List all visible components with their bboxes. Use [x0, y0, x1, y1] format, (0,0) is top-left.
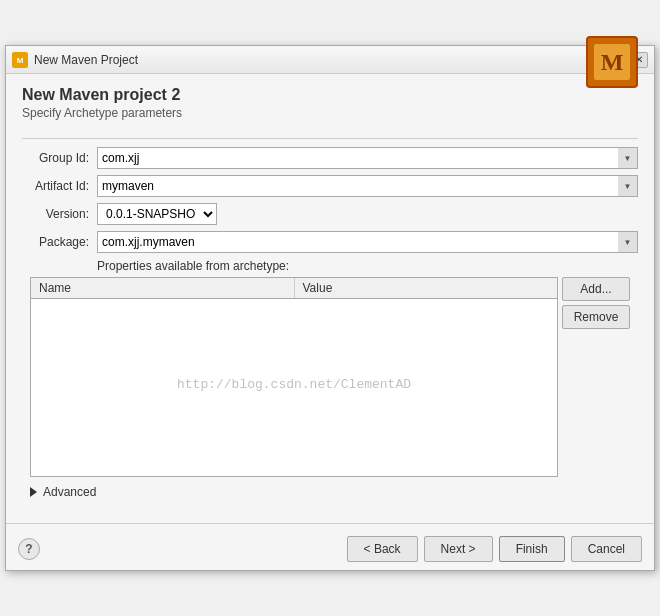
artifact-id-dropdown[interactable]: ▼	[618, 175, 638, 197]
svg-text:M: M	[17, 56, 24, 65]
page-title: New Maven project 2	[22, 86, 586, 104]
package-input[interactable]	[97, 231, 618, 253]
group-id-input-container: ▼	[97, 147, 638, 169]
name-column-header: Name	[31, 278, 295, 298]
advanced-section[interactable]: Advanced	[22, 477, 638, 507]
watermark-text: http://blog.csdn.net/ClementAD	[177, 377, 411, 392]
maven-logo: M	[586, 36, 638, 88]
help-button[interactable]: ?	[18, 538, 40, 560]
value-column-header: Value	[295, 278, 558, 298]
header-text: New Maven project 2 Specify Archetype pa…	[22, 86, 586, 130]
finish-button[interactable]: Finish	[499, 536, 565, 562]
artifact-id-input[interactable]	[97, 175, 618, 197]
properties-buttons: Add... Remove	[562, 277, 630, 477]
version-select[interactable]: 0.0.1-SNAPSHOT	[97, 203, 217, 225]
table-header: Name Value	[31, 278, 557, 299]
properties-section-label: Properties available from archetype:	[22, 259, 638, 273]
group-id-dropdown[interactable]: ▼	[618, 147, 638, 169]
table-body[interactable]: http://blog.csdn.net/ClementAD	[31, 299, 557, 469]
dialog-content: New Maven project 2 Specify Archetype pa…	[6, 74, 654, 519]
group-id-row: Group Id: ▼	[22, 147, 638, 169]
group-id-input[interactable]	[97, 147, 618, 169]
dialog-window: M New Maven Project − ☐ ✕ New Maven proj…	[5, 45, 655, 571]
back-button[interactable]: < Back	[347, 536, 418, 562]
advanced-triangle-icon	[30, 487, 37, 497]
footer-divider	[6, 523, 654, 524]
window-title: New Maven Project	[34, 53, 590, 67]
properties-table[interactable]: Name Value http://blog.csdn.net/ClementA…	[30, 277, 558, 477]
artifact-id-label: Artifact Id:	[22, 179, 97, 193]
svg-text:M: M	[601, 49, 624, 75]
header-divider	[22, 138, 638, 139]
advanced-label: Advanced	[43, 485, 96, 499]
package-dropdown[interactable]: ▼	[618, 231, 638, 253]
add-button[interactable]: Add...	[562, 277, 630, 301]
version-row: Version: 0.0.1-SNAPSHOT	[22, 203, 638, 225]
package-input-container: ▼	[97, 231, 638, 253]
package-label: Package:	[22, 235, 97, 249]
group-id-label: Group Id:	[22, 151, 97, 165]
artifact-id-row: Artifact Id: ▼	[22, 175, 638, 197]
page-subtitle: Specify Archetype parameters	[22, 106, 586, 120]
title-bar: M New Maven Project − ☐ ✕	[6, 46, 654, 74]
cancel-button[interactable]: Cancel	[571, 536, 642, 562]
package-row: Package: ▼	[22, 231, 638, 253]
properties-area: Name Value http://blog.csdn.net/ClementA…	[30, 277, 630, 477]
next-button[interactable]: Next >	[424, 536, 493, 562]
footer-buttons: < Back Next > Finish Cancel	[347, 536, 642, 562]
artifact-id-input-container: ▼	[97, 175, 638, 197]
footer: ? < Back Next > Finish Cancel	[6, 528, 654, 570]
remove-button[interactable]: Remove	[562, 305, 630, 329]
header-section: New Maven project 2 Specify Archetype pa…	[22, 86, 638, 130]
window-icon: M	[12, 52, 28, 68]
version-label: Version:	[22, 207, 97, 221]
